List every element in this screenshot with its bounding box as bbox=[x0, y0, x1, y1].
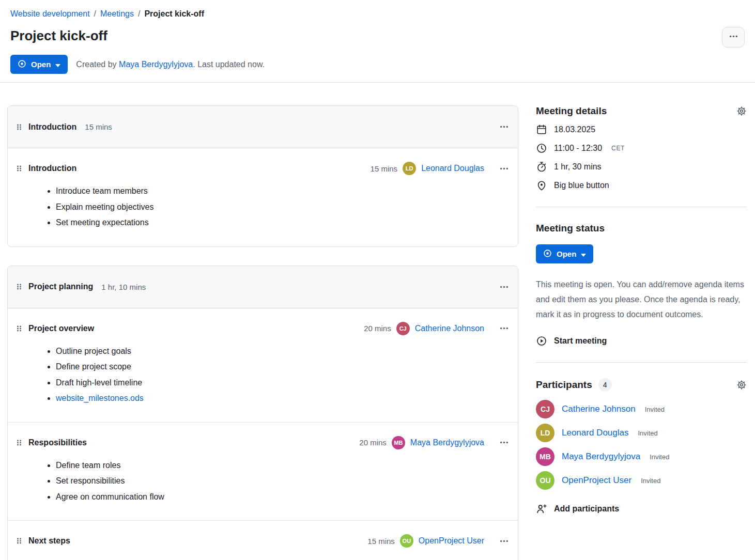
presenter-link[interactable]: OpenProject User bbox=[419, 536, 484, 546]
location-pin-icon bbox=[536, 180, 547, 191]
drag-handle-icon[interactable] bbox=[16, 439, 22, 447]
agenda-item-notes: Review key project phases bbox=[16, 556, 510, 560]
breadcrumb-current: Project kick-off bbox=[144, 9, 204, 19]
byline-suffix: . Last updated now. bbox=[193, 60, 265, 69]
participant-status: Invited bbox=[650, 453, 669, 461]
start-meeting-label: Start meeting bbox=[554, 336, 607, 346]
participant-status: Invited bbox=[645, 406, 665, 413]
participant-link[interactable]: Leonard Douglas bbox=[562, 428, 628, 438]
byline-prefix: Created by bbox=[76, 60, 119, 69]
presenter-link[interactable]: Catherine Johnson bbox=[415, 324, 484, 333]
participant-status: Invited bbox=[638, 429, 657, 437]
participants-count-badge: 4 bbox=[598, 378, 612, 392]
section-duration: 1 hr, 10 mins bbox=[101, 283, 146, 291]
participant-row: OU OpenProject User Invited bbox=[536, 471, 747, 490]
avatar: LD bbox=[536, 424, 554, 442]
agenda-item-notes: Define team roles Set responsibilities A… bbox=[16, 458, 510, 505]
drag-handle-icon[interactable] bbox=[16, 324, 22, 333]
avatar: CJ bbox=[396, 322, 410, 335]
calendar-icon bbox=[536, 124, 547, 135]
stopwatch-icon bbox=[536, 161, 547, 173]
meeting-time-row: 11:00 - 12:30 CET bbox=[536, 143, 747, 154]
byline: Created by Maya Berdygylyjova. Last upda… bbox=[76, 60, 265, 69]
item-more-actions-button[interactable] bbox=[499, 436, 510, 449]
breadcrumb-meetings-link[interactable]: Meetings bbox=[100, 9, 134, 19]
item-more-actions-button[interactable] bbox=[499, 322, 510, 335]
agenda-item-introduction: Introduction 15 mins LD Leonard Douglas … bbox=[8, 148, 518, 246]
meeting-status-description: This meeting is open. You can add/remove… bbox=[536, 277, 747, 322]
sidebar-status-dropdown-button[interactable]: Open bbox=[536, 244, 593, 263]
section-more-actions-button[interactable] bbox=[499, 120, 510, 133]
kebab-icon bbox=[729, 32, 738, 43]
meeting-sidebar: Meeting details 18.03.2025 11:00 - 12:30… bbox=[536, 105, 748, 515]
drag-handle-icon[interactable] bbox=[16, 164, 22, 173]
agenda-item-title: Resposibilities bbox=[28, 438, 87, 447]
presenter-link[interactable]: Leonard Douglas bbox=[421, 164, 484, 173]
participant-link[interactable]: Catherine Johnson bbox=[562, 404, 636, 414]
sidebar-divider bbox=[536, 207, 747, 207]
avatar: MB bbox=[392, 436, 405, 449]
participant-row: LD Leonard Douglas Invited bbox=[536, 424, 747, 442]
section-title: Project planning bbox=[28, 282, 93, 291]
agenda-item-duration: 15 mins bbox=[367, 537, 395, 546]
item-more-actions-button[interactable] bbox=[499, 162, 510, 175]
gear-icon[interactable] bbox=[736, 106, 747, 116]
agenda-item-notes: Introduce team members Explain meeting o… bbox=[16, 183, 510, 231]
meeting-duration: 1 hr, 30 mins bbox=[554, 162, 602, 172]
drag-handle-icon[interactable] bbox=[16, 123, 22, 131]
status-label: Open bbox=[31, 60, 51, 69]
agenda-column: Introduction 15 mins Introduction bbox=[7, 105, 518, 560]
meeting-status-heading: Meeting status bbox=[536, 223, 605, 234]
add-participants-label: Add participants bbox=[554, 504, 619, 514]
breadcrumb-project-link[interactable]: Website development bbox=[10, 9, 90, 19]
header-divider bbox=[0, 82, 755, 83]
meeting-duration-row: 1 hr, 30 mins bbox=[536, 161, 747, 173]
participant-link[interactable]: Maya Berdygylyjova bbox=[562, 452, 640, 462]
agenda-section-project-planning: Project planning 1 hr, 10 mins Project o… bbox=[7, 266, 518, 560]
gear-icon[interactable] bbox=[736, 380, 747, 390]
agenda-item-title: Next steps bbox=[28, 536, 70, 546]
status-open-icon bbox=[543, 249, 552, 259]
breadcrumb-separator: / bbox=[94, 9, 96, 19]
drag-handle-icon[interactable] bbox=[16, 537, 22, 545]
presenter-link[interactable]: Maya Berdygylyjova bbox=[410, 438, 484, 447]
meeting-location: Big blue button bbox=[554, 181, 609, 190]
meeting-location-row: Big blue button bbox=[536, 180, 747, 191]
page-header: Website development / Meetings / Project… bbox=[0, 0, 755, 74]
start-meeting-button[interactable]: Start meeting bbox=[536, 335, 747, 347]
status-open-icon bbox=[18, 59, 26, 70]
page-title: Project kick-off bbox=[10, 27, 107, 44]
agenda-item-notes: Outline project goals Define project sco… bbox=[16, 344, 510, 407]
drag-handle-icon[interactable] bbox=[16, 283, 22, 291]
agenda-section-header: Introduction 15 mins bbox=[8, 106, 518, 148]
meeting-status-dropdown-button[interactable]: Open bbox=[10, 55, 68, 74]
chevron-down-icon bbox=[581, 250, 586, 258]
avatar: OU bbox=[400, 534, 413, 548]
avatar: MB bbox=[536, 447, 554, 466]
agenda-item-next-steps: Next steps 15 mins OU OpenProject User R… bbox=[8, 520, 518, 560]
meeting-time: 11:00 - 12:30 bbox=[554, 144, 602, 153]
attachment-link[interactable]: website_milestones.ods bbox=[56, 394, 144, 402]
chevron-down-icon bbox=[55, 60, 60, 69]
participants-list: CJ Catherine Johnson Invited LD Leonard … bbox=[536, 400, 747, 490]
meeting-details-heading: Meeting details bbox=[536, 105, 607, 117]
avatar: CJ bbox=[536, 400, 554, 418]
participant-row: MB Maya Berdygylyjova Invited bbox=[536, 447, 747, 466]
add-participants-button[interactable]: Add participants bbox=[536, 503, 747, 515]
agenda-section-introduction: Introduction 15 mins Introduction bbox=[7, 105, 518, 247]
item-more-actions-button[interactable] bbox=[499, 535, 510, 548]
participant-row: CJ Catherine Johnson Invited bbox=[536, 400, 747, 418]
agenda-item-duration: 15 mins bbox=[371, 164, 398, 173]
note-text: Explain meeting objectives bbox=[56, 203, 153, 211]
page-more-actions-button[interactable] bbox=[722, 27, 745, 48]
byline-author-link[interactable]: Maya Berdygylyjova bbox=[119, 60, 193, 69]
note-text: Outline project goals bbox=[56, 347, 131, 355]
breadcrumb-separator: / bbox=[138, 9, 140, 19]
meeting-date: 18.03.2025 bbox=[554, 125, 595, 134]
avatar: LD bbox=[403, 162, 416, 175]
section-more-actions-button[interactable] bbox=[499, 281, 510, 293]
agenda-item-project-overview: Project overview 20 mins CJ Catherine Jo… bbox=[8, 308, 518, 422]
agenda-item-duration: 20 mins bbox=[359, 438, 387, 447]
clock-icon bbox=[536, 143, 547, 154]
participant-link[interactable]: OpenProject User bbox=[562, 475, 631, 486]
